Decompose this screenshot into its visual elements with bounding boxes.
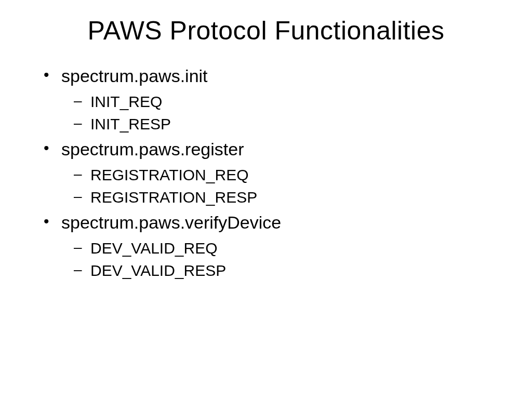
sub-item-label: DEV_VALID_RESP	[90, 262, 226, 279]
list-item: REGISTRATION_RESP	[81, 186, 501, 209]
sub-item-label: INIT_REQ	[90, 93, 162, 110]
sub-item-label: REGISTRATION_RESP	[90, 189, 257, 206]
list-item: spectrum.paws.register REGISTRATION_REQ …	[51, 138, 501, 209]
sub-list: DEV_VALID_REQ DEV_VALID_RESP	[61, 237, 501, 282]
slide-title: PAWS Protocol Functionalities	[31, 16, 501, 46]
bullet-list: spectrum.paws.init INIT_REQ INIT_RESP sp…	[36, 64, 501, 282]
slide-content: spectrum.paws.init INIT_REQ INIT_RESP sp…	[31, 64, 501, 282]
section-heading: spectrum.paws.init	[61, 66, 208, 86]
sub-item-label: DEV_VALID_REQ	[90, 240, 218, 257]
sub-list: REGISTRATION_REQ REGISTRATION_RESP	[61, 164, 501, 209]
section-heading: spectrum.paws.register	[61, 139, 244, 159]
sub-item-label: INIT_RESP	[90, 115, 171, 132]
list-item: DEV_VALID_REQ	[81, 237, 501, 260]
list-item: spectrum.paws.init INIT_REQ INIT_RESP	[51, 64, 501, 136]
list-item: INIT_RESP	[81, 113, 501, 136]
list-item: INIT_REQ	[81, 90, 501, 113]
sub-item-label: REGISTRATION_REQ	[90, 166, 248, 183]
sub-list: INIT_REQ INIT_RESP	[61, 90, 501, 136]
list-item: spectrum.paws.verifyDevice DEV_VALID_REQ…	[51, 211, 501, 282]
list-item: DEV_VALID_RESP	[81, 259, 501, 282]
section-heading: spectrum.paws.verifyDevice	[61, 212, 281, 232]
list-item: REGISTRATION_REQ	[81, 164, 501, 187]
